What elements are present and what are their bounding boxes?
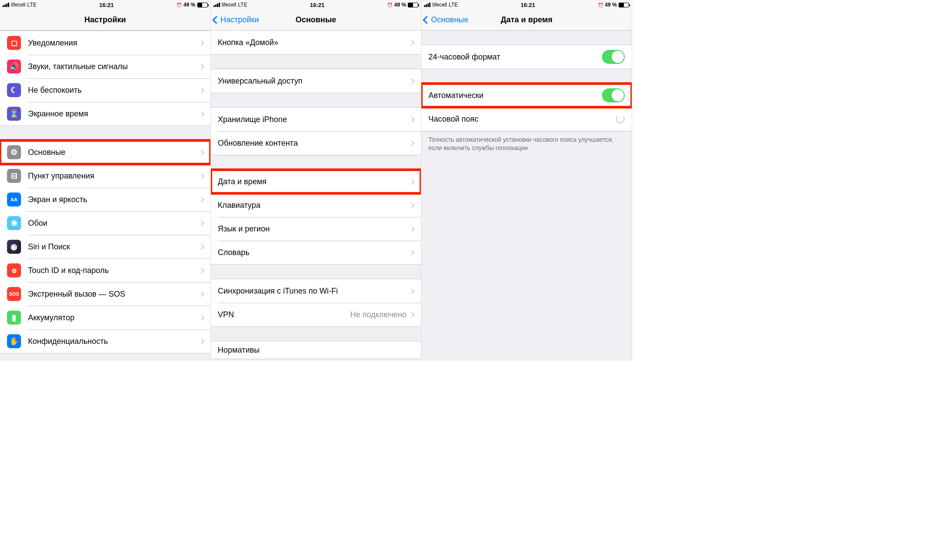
row-label: Хранилище iPhone: [218, 115, 410, 124]
row-label: Конфиденциальность: [28, 337, 200, 346]
settings-row[interactable]: VPNНе подключено: [211, 303, 421, 326]
settings-row[interactable]: Обновление контента: [211, 131, 421, 155]
settings-row[interactable]: SOSЭкстренный вызов — SOS: [0, 282, 210, 306]
toggle-24hour[interactable]: [602, 50, 625, 64]
settings-row[interactable]: Нормативы: [211, 341, 421, 359]
row-automatic[interactable]: Автоматически: [421, 84, 632, 107]
chevron-right-icon: [199, 173, 204, 179]
battery-pct: 49 %: [394, 2, 406, 8]
status-time: 16:21: [521, 2, 535, 8]
row-label: Нормативы: [218, 346, 414, 355]
settings-row[interactable]: Дата и время: [211, 170, 421, 193]
settings-row[interactable]: ◻Уведомления: [0, 31, 210, 55]
settings-row[interactable]: ☾Не беспокоить: [0, 78, 210, 102]
row-label: Словарь: [218, 248, 410, 257]
row-24hour[interactable]: 24-часовой формат: [421, 45, 632, 69]
row-label: Уведомления: [28, 38, 200, 48]
battery-pct: 49 %: [183, 2, 195, 8]
back-button[interactable]: Основные: [424, 15, 468, 24]
status-bar: lifecell LTE 16:21 49 %: [421, 0, 632, 10]
chevron-left-icon: [212, 16, 220, 24]
alarm-icon: [387, 2, 392, 8]
carrier-label: lifecell: [222, 2, 236, 8]
screen-general: lifecell LTE 16:21 49 % Настройки Основн…: [211, 0, 422, 360]
spinner-icon: [616, 115, 625, 123]
row-icon: ▮: [7, 311, 21, 325]
row-icon: ☾: [7, 83, 21, 97]
settings-row[interactable]: Синхронизация с iTunes по Wi-Fi: [211, 279, 421, 303]
row-icon: ⊟: [7, 169, 21, 183]
battery-icon: [619, 3, 629, 7]
settings-row[interactable]: Универсальный доступ: [211, 69, 421, 93]
row-label: Часовой пояс: [428, 115, 616, 124]
carrier-label: lifecell: [11, 2, 25, 8]
settings-row[interactable]: ▮Аккумулятор: [0, 306, 210, 329]
network-label: LTE: [27, 2, 36, 8]
status-bar: lifecell LTE 16:21 49 %: [0, 0, 210, 10]
chevron-right-icon: [199, 315, 204, 321]
settings-row[interactable]: Клавиатура: [211, 193, 421, 217]
settings-row[interactable]: Словарь: [211, 241, 421, 264]
chevron-right-icon: [199, 291, 204, 297]
row-icon: ◉: [7, 240, 21, 254]
network-label: LTE: [449, 2, 458, 8]
row-icon: ✋: [7, 334, 21, 348]
settings-row[interactable]: ⌾Touch ID и код-пароль: [0, 259, 210, 282]
battery-icon: [408, 3, 418, 7]
row-icon: ⚙: [7, 145, 21, 159]
carrier-label: lifecell: [432, 2, 447, 8]
alarm-icon: [598, 2, 603, 8]
network-label: LTE: [238, 2, 247, 8]
row-icon: ❀: [7, 216, 21, 230]
battery-pct: 49 %: [605, 2, 617, 8]
page-title: Настройки: [84, 15, 126, 24]
back-button[interactable]: Настройки: [214, 15, 259, 24]
chevron-right-icon: [199, 111, 204, 117]
settings-row[interactable]: AAЭкран и яркость: [0, 188, 210, 211]
chevron-right-icon: [409, 140, 415, 146]
screen-datetime: lifecell LTE 16:21 49 % Основные Дата и …: [421, 0, 632, 360]
row-label: Аккумулятор: [28, 313, 200, 322]
row-icon: AA: [7, 192, 21, 206]
row-label: Звуки, тактильные сигналы: [28, 62, 200, 71]
row-timezone[interactable]: Часовой пояс: [421, 107, 632, 131]
row-label: Экранное время: [28, 109, 200, 119]
chevron-right-icon: [199, 197, 204, 203]
chevron-right-icon: [409, 250, 415, 256]
settings-row[interactable]: ❀Обои: [0, 211, 210, 235]
chevron-right-icon: [409, 179, 415, 185]
settings-row[interactable]: ⌛Экранное время: [0, 102, 210, 126]
settings-row[interactable]: Язык и регион: [211, 217, 421, 241]
row-value: Не подключено: [350, 310, 406, 319]
chevron-right-icon: [409, 226, 415, 232]
chevron-right-icon: [409, 203, 415, 208]
settings-row[interactable]: ⊟Пункт управления: [0, 164, 210, 188]
chevron-right-icon: [199, 64, 204, 70]
signal-icon: [3, 3, 9, 7]
page-title: Основные: [295, 15, 336, 24]
settings-row[interactable]: Хранилище iPhone: [211, 108, 421, 131]
row-label: Кнопка «Домой»: [218, 38, 410, 47]
settings-row[interactable]: 🔊Звуки, тактильные сигналы: [0, 55, 210, 78]
row-label: VPN: [218, 310, 350, 319]
settings-row[interactable]: Кнопка «Домой»: [211, 31, 421, 54]
chevron-left-icon: [423, 16, 431, 24]
row-icon: ⌛: [7, 107, 21, 121]
row-label: 24-часовой формат: [428, 52, 602, 62]
back-label: Основные: [431, 15, 468, 24]
row-label: Экран и яркость: [28, 195, 200, 204]
chevron-right-icon: [409, 288, 415, 294]
chevron-right-icon: [199, 88, 204, 93]
row-label: Обои: [28, 219, 200, 228]
settings-row[interactable]: ◉Siri и Поиск: [0, 235, 210, 259]
settings-row[interactable]: ⚙Основные: [0, 140, 210, 164]
settings-row[interactable]: ✋Конфиденциальность: [0, 329, 210, 353]
toggle-automatic[interactable]: [602, 88, 625, 102]
screen-settings: lifecell LTE 16:21 49 % Настройки ◻Уведо…: [0, 0, 211, 360]
row-label: Автоматически: [428, 91, 602, 100]
chevron-right-icon: [409, 117, 415, 122]
row-icon: ⌾: [7, 263, 21, 277]
row-label: Touch ID и код-пароль: [28, 266, 200, 275]
status-time: 16:21: [99, 2, 114, 8]
signal-icon: [424, 3, 430, 7]
